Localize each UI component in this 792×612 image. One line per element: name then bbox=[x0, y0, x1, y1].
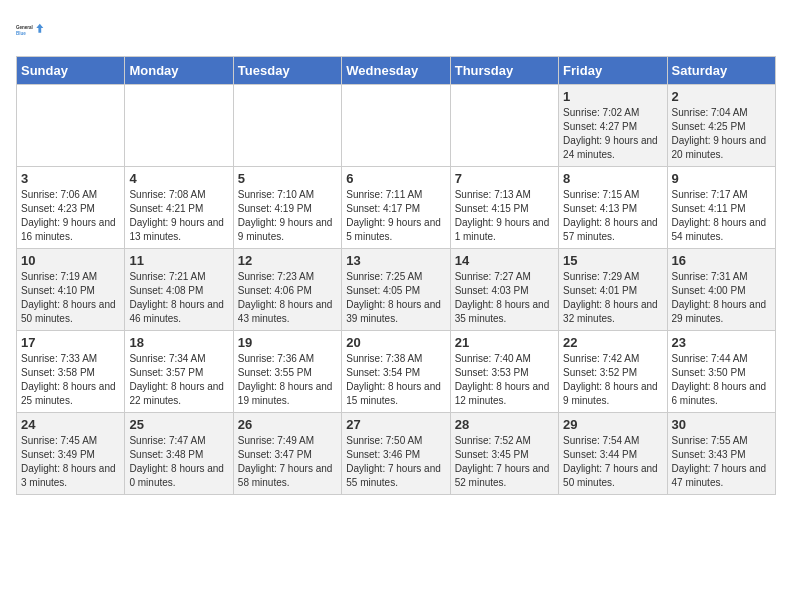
header-cell-monday: Monday bbox=[125, 57, 233, 85]
day-number: 10 bbox=[21, 253, 120, 268]
day-info: Sunrise: 7:27 AM Sunset: 4:03 PM Dayligh… bbox=[455, 270, 554, 326]
day-number: 5 bbox=[238, 171, 337, 186]
day-info: Sunrise: 7:21 AM Sunset: 4:08 PM Dayligh… bbox=[129, 270, 228, 326]
day-info: Sunrise: 7:10 AM Sunset: 4:19 PM Dayligh… bbox=[238, 188, 337, 244]
day-info: Sunrise: 7:11 AM Sunset: 4:17 PM Dayligh… bbox=[346, 188, 445, 244]
day-cell: 16Sunrise: 7:31 AM Sunset: 4:00 PM Dayli… bbox=[667, 249, 775, 331]
day-number: 1 bbox=[563, 89, 662, 104]
day-info: Sunrise: 7:15 AM Sunset: 4:13 PM Dayligh… bbox=[563, 188, 662, 244]
day-cell: 1Sunrise: 7:02 AM Sunset: 4:27 PM Daylig… bbox=[559, 85, 667, 167]
day-cell: 21Sunrise: 7:40 AM Sunset: 3:53 PM Dayli… bbox=[450, 331, 558, 413]
day-cell: 22Sunrise: 7:42 AM Sunset: 3:52 PM Dayli… bbox=[559, 331, 667, 413]
day-cell: 29Sunrise: 7:54 AM Sunset: 3:44 PM Dayli… bbox=[559, 413, 667, 495]
day-cell: 19Sunrise: 7:36 AM Sunset: 3:55 PM Dayli… bbox=[233, 331, 341, 413]
week-row-1: 3Sunrise: 7:06 AM Sunset: 4:23 PM Daylig… bbox=[17, 167, 776, 249]
day-info: Sunrise: 7:34 AM Sunset: 3:57 PM Dayligh… bbox=[129, 352, 228, 408]
day-info: Sunrise: 7:44 AM Sunset: 3:50 PM Dayligh… bbox=[672, 352, 771, 408]
day-info: Sunrise: 7:49 AM Sunset: 3:47 PM Dayligh… bbox=[238, 434, 337, 490]
day-info: Sunrise: 7:31 AM Sunset: 4:00 PM Dayligh… bbox=[672, 270, 771, 326]
day-number: 13 bbox=[346, 253, 445, 268]
day-number: 17 bbox=[21, 335, 120, 350]
logo: General Blue bbox=[16, 16, 44, 44]
day-number: 15 bbox=[563, 253, 662, 268]
day-cell: 6Sunrise: 7:11 AM Sunset: 4:17 PM Daylig… bbox=[342, 167, 450, 249]
day-info: Sunrise: 7:36 AM Sunset: 3:55 PM Dayligh… bbox=[238, 352, 337, 408]
day-info: Sunrise: 7:33 AM Sunset: 3:58 PM Dayligh… bbox=[21, 352, 120, 408]
day-cell: 11Sunrise: 7:21 AM Sunset: 4:08 PM Dayli… bbox=[125, 249, 233, 331]
day-cell: 4Sunrise: 7:08 AM Sunset: 4:21 PM Daylig… bbox=[125, 167, 233, 249]
svg-marker-2 bbox=[36, 24, 43, 33]
day-number: 11 bbox=[129, 253, 228, 268]
day-info: Sunrise: 7:54 AM Sunset: 3:44 PM Dayligh… bbox=[563, 434, 662, 490]
header-cell-thursday: Thursday bbox=[450, 57, 558, 85]
day-info: Sunrise: 7:06 AM Sunset: 4:23 PM Dayligh… bbox=[21, 188, 120, 244]
day-cell bbox=[233, 85, 341, 167]
day-number: 29 bbox=[563, 417, 662, 432]
day-number: 22 bbox=[563, 335, 662, 350]
day-cell: 5Sunrise: 7:10 AM Sunset: 4:19 PM Daylig… bbox=[233, 167, 341, 249]
day-info: Sunrise: 7:19 AM Sunset: 4:10 PM Dayligh… bbox=[21, 270, 120, 326]
day-info: Sunrise: 7:47 AM Sunset: 3:48 PM Dayligh… bbox=[129, 434, 228, 490]
day-number: 4 bbox=[129, 171, 228, 186]
day-cell bbox=[125, 85, 233, 167]
day-cell: 8Sunrise: 7:15 AM Sunset: 4:13 PM Daylig… bbox=[559, 167, 667, 249]
page-header: General Blue bbox=[16, 16, 776, 44]
day-cell: 25Sunrise: 7:47 AM Sunset: 3:48 PM Dayli… bbox=[125, 413, 233, 495]
day-number: 18 bbox=[129, 335, 228, 350]
day-number: 20 bbox=[346, 335, 445, 350]
day-number: 23 bbox=[672, 335, 771, 350]
day-cell: 18Sunrise: 7:34 AM Sunset: 3:57 PM Dayli… bbox=[125, 331, 233, 413]
day-info: Sunrise: 7:50 AM Sunset: 3:46 PM Dayligh… bbox=[346, 434, 445, 490]
day-info: Sunrise: 7:42 AM Sunset: 3:52 PM Dayligh… bbox=[563, 352, 662, 408]
header-row: SundayMondayTuesdayWednesdayThursdayFrid… bbox=[17, 57, 776, 85]
day-info: Sunrise: 7:04 AM Sunset: 4:25 PM Dayligh… bbox=[672, 106, 771, 162]
day-info: Sunrise: 7:55 AM Sunset: 3:43 PM Dayligh… bbox=[672, 434, 771, 490]
day-number: 12 bbox=[238, 253, 337, 268]
day-info: Sunrise: 7:38 AM Sunset: 3:54 PM Dayligh… bbox=[346, 352, 445, 408]
header-cell-saturday: Saturday bbox=[667, 57, 775, 85]
svg-text:Blue: Blue bbox=[16, 31, 26, 36]
day-number: 21 bbox=[455, 335, 554, 350]
day-number: 25 bbox=[129, 417, 228, 432]
day-info: Sunrise: 7:08 AM Sunset: 4:21 PM Dayligh… bbox=[129, 188, 228, 244]
day-number: 27 bbox=[346, 417, 445, 432]
week-row-2: 10Sunrise: 7:19 AM Sunset: 4:10 PM Dayli… bbox=[17, 249, 776, 331]
svg-text:General: General bbox=[16, 25, 33, 30]
day-info: Sunrise: 7:25 AM Sunset: 4:05 PM Dayligh… bbox=[346, 270, 445, 326]
day-info: Sunrise: 7:52 AM Sunset: 3:45 PM Dayligh… bbox=[455, 434, 554, 490]
day-cell: 2Sunrise: 7:04 AM Sunset: 4:25 PM Daylig… bbox=[667, 85, 775, 167]
header-cell-friday: Friday bbox=[559, 57, 667, 85]
day-cell: 14Sunrise: 7:27 AM Sunset: 4:03 PM Dayli… bbox=[450, 249, 558, 331]
header-cell-tuesday: Tuesday bbox=[233, 57, 341, 85]
day-cell: 28Sunrise: 7:52 AM Sunset: 3:45 PM Dayli… bbox=[450, 413, 558, 495]
header-cell-wednesday: Wednesday bbox=[342, 57, 450, 85]
day-number: 26 bbox=[238, 417, 337, 432]
day-number: 19 bbox=[238, 335, 337, 350]
day-cell: 27Sunrise: 7:50 AM Sunset: 3:46 PM Dayli… bbox=[342, 413, 450, 495]
day-cell: 10Sunrise: 7:19 AM Sunset: 4:10 PM Dayli… bbox=[17, 249, 125, 331]
day-cell: 30Sunrise: 7:55 AM Sunset: 3:43 PM Dayli… bbox=[667, 413, 775, 495]
day-number: 3 bbox=[21, 171, 120, 186]
day-cell: 24Sunrise: 7:45 AM Sunset: 3:49 PM Dayli… bbox=[17, 413, 125, 495]
day-cell: 17Sunrise: 7:33 AM Sunset: 3:58 PM Dayli… bbox=[17, 331, 125, 413]
week-row-0: 1Sunrise: 7:02 AM Sunset: 4:27 PM Daylig… bbox=[17, 85, 776, 167]
header-cell-sunday: Sunday bbox=[17, 57, 125, 85]
day-info: Sunrise: 7:02 AM Sunset: 4:27 PM Dayligh… bbox=[563, 106, 662, 162]
day-cell bbox=[342, 85, 450, 167]
day-number: 8 bbox=[563, 171, 662, 186]
calendar-table: SundayMondayTuesdayWednesdayThursdayFrid… bbox=[16, 56, 776, 495]
day-number: 9 bbox=[672, 171, 771, 186]
day-cell: 20Sunrise: 7:38 AM Sunset: 3:54 PM Dayli… bbox=[342, 331, 450, 413]
day-info: Sunrise: 7:45 AM Sunset: 3:49 PM Dayligh… bbox=[21, 434, 120, 490]
day-cell: 13Sunrise: 7:25 AM Sunset: 4:05 PM Dayli… bbox=[342, 249, 450, 331]
day-number: 16 bbox=[672, 253, 771, 268]
day-info: Sunrise: 7:17 AM Sunset: 4:11 PM Dayligh… bbox=[672, 188, 771, 244]
day-info: Sunrise: 7:29 AM Sunset: 4:01 PM Dayligh… bbox=[563, 270, 662, 326]
day-cell: 9Sunrise: 7:17 AM Sunset: 4:11 PM Daylig… bbox=[667, 167, 775, 249]
day-number: 7 bbox=[455, 171, 554, 186]
day-number: 28 bbox=[455, 417, 554, 432]
logo-icon: General Blue bbox=[16, 16, 44, 44]
week-row-4: 24Sunrise: 7:45 AM Sunset: 3:49 PM Dayli… bbox=[17, 413, 776, 495]
day-cell bbox=[17, 85, 125, 167]
day-number: 2 bbox=[672, 89, 771, 104]
